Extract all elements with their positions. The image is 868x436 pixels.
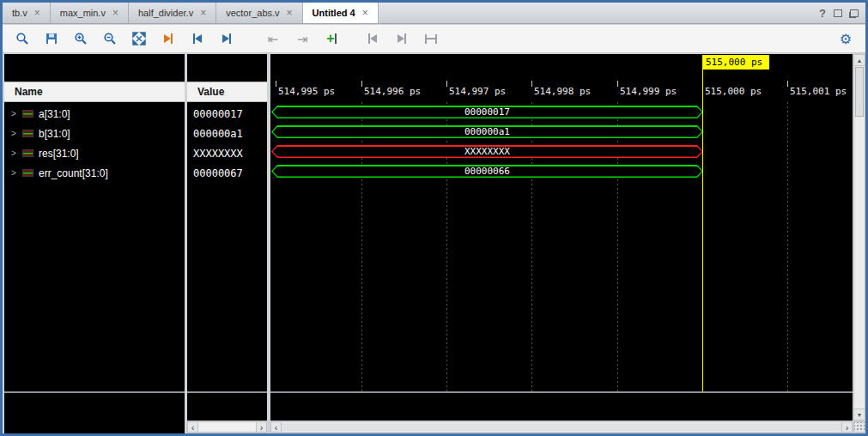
tab-tb-v[interactable]: tb.v × [3, 3, 51, 23]
bus-signal-icon [22, 149, 33, 157]
marker-next-icon[interactable] [391, 28, 413, 49]
expander-icon[interactable]: > [11, 109, 21, 118]
pane-divider [270, 391, 853, 393]
signal-name: res[31:0] [39, 148, 79, 160]
tick-label: 514,996 ps [364, 86, 421, 97]
waveform-canvas[interactable]: 515,000 ps 514,995 ps 514,996 ps 514,997… [270, 54, 853, 421]
scroll-left-icon[interactable]: ‹ [188, 422, 198, 432]
wave-row-res: XXXXXXXX [270, 142, 853, 161]
add-marker-icon[interactable]: + [320, 28, 343, 49]
scroll-up-icon[interactable]: ▲ [854, 55, 865, 66]
zoom-out-icon[interactable] [99, 28, 121, 49]
expander-icon[interactable]: > [11, 168, 21, 178]
close-icon[interactable]: × [287, 7, 293, 19]
signal-name: a[31:0] [39, 108, 70, 120]
save-icon[interactable] [40, 28, 63, 49]
signal-name-panel: Name > a[31:0] > b[31:0] > res[31:0] [4, 54, 185, 421]
signal-row-res[interactable]: > res[31:0] [4, 143, 185, 163]
tab-label: max_min.v [60, 8, 106, 18]
bus-signal-icon [22, 110, 33, 118]
scroll-right-icon[interactable]: › [841, 422, 852, 432]
marker-previous-icon[interactable] [361, 28, 384, 49]
bottom-scroll-area: ‹ › ‹ › [3, 421, 865, 433]
tick-label: 514,997 ps [449, 86, 506, 97]
tab-label: half_divider.v [138, 8, 193, 18]
scroll-left-icon[interactable]: ‹ [271, 422, 282, 432]
name-panel-footer [4, 421, 185, 433]
bus-waveform: 000000a1 [271, 125, 703, 138]
resize-grip[interactable] [853, 421, 865, 433]
pane-divider [187, 391, 267, 393]
tick-mark [617, 81, 618, 87]
name-column-header: Name [4, 82, 185, 102]
bus-value-label: 00000066 [271, 165, 703, 178]
signal-value: XXXXXXXX [187, 143, 267, 163]
tab-label: vector_abs.v [226, 8, 279, 18]
bus-value-label: 00000017 [271, 106, 703, 118]
signal-value: 000000a1 [187, 124, 267, 143]
tab-untitled-4[interactable]: Untitled 4 × [303, 3, 379, 23]
maximize-window-icon[interactable] [850, 9, 859, 17]
signal-value-panel: Value 00000017 000000a1 XXXXXXXX 0000006… [187, 54, 267, 421]
value-horizontal-scrollbar[interactable]: ‹ › [187, 421, 267, 433]
signal-value: 00000067 [187, 163, 267, 183]
zoom-fit-icon[interactable] [128, 28, 150, 49]
value-wave-splitter[interactable] [267, 54, 270, 421]
tick-mark [531, 81, 532, 87]
signal-name-rows: > a[31:0] > b[31:0] > res[31:0] > [4, 104, 185, 183]
time-cursor-line[interactable] [702, 70, 703, 391]
bus-value-label: 000000a1 [271, 125, 703, 138]
wave-toolbar: ⇤ ⇥ + ⚙ [3, 25, 865, 53]
zoom-to-cursor-icon[interactable] [157, 28, 179, 49]
search-icon[interactable] [11, 28, 33, 49]
wave-row-a: 00000017 [270, 102, 853, 122]
signal-value: 00000017 [187, 104, 267, 124]
go-to-end-icon[interactable] [215, 28, 238, 49]
time-ruler[interactable]: 514,995 ps 514,996 ps 514,997 ps 514,998… [270, 80, 853, 102]
tab-half-divider-v[interactable]: half_divider.v × [129, 3, 216, 23]
signal-name: err_count[31:0] [39, 167, 108, 179]
tick-label: 514,998 ps [534, 86, 591, 97]
expander-icon[interactable]: > [11, 148, 21, 158]
scroll-right-icon[interactable]: › [256, 422, 266, 432]
zoom-in-icon[interactable] [70, 28, 92, 49]
signal-row-a[interactable]: > a[31:0] [4, 104, 185, 124]
previous-transition-icon[interactable]: ⇤ [262, 28, 284, 49]
settings-gear-icon[interactable]: ⚙ [835, 28, 857, 49]
signal-row-err-count[interactable]: > err_count[31:0] [4, 163, 185, 183]
wave-row-err-count: 00000066 [270, 161, 853, 181]
tick-label: 515,001 ps [790, 86, 847, 97]
close-icon[interactable]: × [362, 7, 368, 19]
wave-horizontal-scrollbar[interactable]: ‹ › [270, 421, 853, 433]
cursor-time-label[interactable]: 515,000 ps [702, 55, 769, 70]
expander-icon[interactable]: > [11, 129, 21, 138]
go-to-start-icon[interactable] [186, 28, 209, 49]
next-transition-icon[interactable]: ⇥ [291, 28, 313, 49]
tick-mark [276, 81, 276, 87]
tab-vector-abs-v[interactable]: vector_abs.v × [216, 3, 302, 23]
tab-max-min-v[interactable]: max_min.v × [51, 3, 129, 23]
vertical-scrollbar[interactable]: ▲ ▼ [853, 54, 865, 421]
wave-scroll-thumb[interactable] [282, 423, 841, 431]
window-controls: ? [819, 3, 859, 24]
close-icon[interactable]: × [112, 7, 118, 19]
close-icon[interactable]: × [200, 7, 206, 19]
wave-rows: 00000017 000000a1 XXXXXXXX [270, 102, 853, 181]
tick-mark [446, 81, 447, 87]
signal-row-b[interactable]: > b[31:0] [4, 124, 185, 143]
close-icon[interactable]: × [34, 7, 40, 19]
signal-name: b[31:0] [39, 128, 70, 140]
wave-row-b: 000000a1 [270, 122, 853, 142]
bus-waveform: 00000066 [271, 165, 703, 178]
tab-label: tb.v [12, 8, 27, 18]
bus-value-label: XXXXXXXX [271, 145, 703, 158]
scroll-down-icon[interactable]: ▼ [854, 409, 865, 420]
snap-to-transition-icon[interactable] [420, 28, 442, 49]
bus-waveform: XXXXXXXX [271, 145, 703, 158]
tick-mark [361, 81, 362, 87]
float-window-icon[interactable] [834, 9, 842, 17]
tick-mark [787, 81, 788, 87]
vertical-scroll-thumb[interactable] [855, 67, 864, 117]
bus-signal-icon [22, 130, 33, 137]
help-icon[interactable]: ? [819, 7, 826, 20]
